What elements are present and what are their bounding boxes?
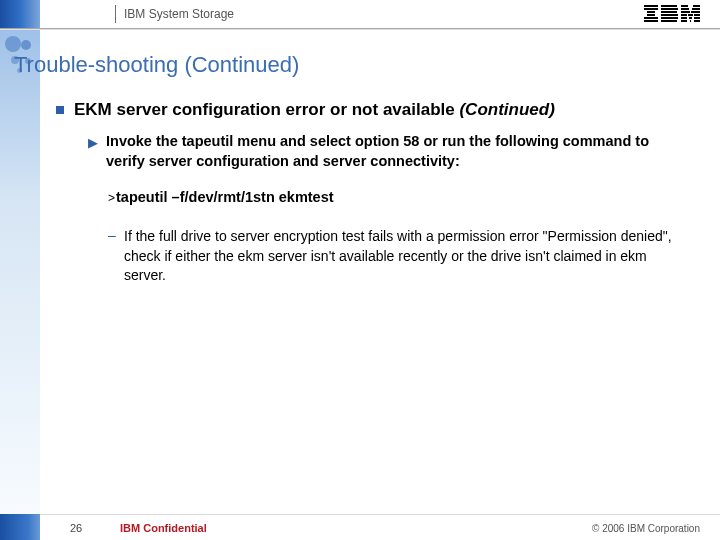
svg-rect-3 (647, 14, 655, 16)
prompt-icon: > (108, 191, 115, 205)
svg-rect-7 (661, 8, 678, 10)
dash-bullet-icon: – (108, 227, 116, 243)
confidential-label: IBM Confidential (120, 522, 207, 534)
left-gradient-strip (0, 30, 40, 514)
heading-main: EKM server configuration error or not av… (74, 100, 459, 119)
product-name: IBM System Storage (124, 7, 234, 21)
svg-rect-9 (661, 14, 678, 16)
footer-accent (0, 514, 40, 540)
bullet-level3: – If the full drive to server encryption… (108, 227, 690, 286)
svg-rect-15 (692, 8, 700, 10)
svg-rect-20 (694, 14, 700, 16)
slide-body: EKM server configuration error or not av… (56, 100, 690, 286)
bullet-level1: EKM server configuration error or not av… (56, 100, 690, 120)
svg-rect-26 (694, 20, 700, 22)
svg-rect-23 (694, 17, 700, 19)
svg-rect-6 (661, 5, 677, 7)
heading-text: EKM server configuration error or not av… (74, 100, 690, 120)
slide-title: Trouble-shooting (Continued) (14, 52, 299, 78)
header-bar: IBM System Storage (0, 0, 720, 28)
svg-rect-17 (691, 11, 700, 13)
bullet-level2: ▶ Invoke the tapeutil menu and select op… (88, 132, 690, 171)
svg-rect-22 (689, 17, 692, 19)
arrow-bullet-icon: ▶ (88, 135, 98, 150)
note-text: If the full drive to server encryption t… (124, 227, 690, 286)
heading-suffix: (Continued) (459, 100, 554, 119)
svg-rect-4 (644, 17, 658, 19)
svg-rect-18 (681, 14, 687, 16)
svg-rect-16 (681, 11, 690, 13)
svg-rect-11 (661, 20, 677, 22)
svg-rect-19 (688, 14, 693, 16)
svg-rect-1 (644, 8, 658, 10)
footer-bar: 26 IBM Confidential © 2006 IBM Corporati… (0, 514, 720, 540)
svg-rect-12 (681, 5, 688, 7)
command-line: >tapeutil –f/dev/rmt/1stn ekmtest (108, 189, 690, 205)
svg-rect-10 (661, 17, 678, 19)
slide: IBM System Storage (0, 0, 720, 540)
header-rule-light (0, 29, 720, 30)
footer-rule (0, 514, 720, 515)
page-number: 26 (70, 522, 82, 534)
svg-rect-21 (681, 17, 687, 19)
svg-rect-5 (644, 20, 658, 22)
step-text: Invoke the tapeutil menu and select opti… (106, 132, 690, 171)
copyright-label: © 2006 IBM Corporation (592, 523, 700, 534)
header-divider (115, 5, 116, 23)
svg-rect-0 (644, 5, 658, 7)
square-bullet-icon (56, 106, 64, 114)
svg-rect-8 (661, 11, 677, 13)
svg-rect-13 (693, 5, 700, 7)
svg-rect-14 (681, 8, 689, 10)
command-text: tapeutil –f/dev/rmt/1stn ekmtest (116, 189, 334, 205)
svg-rect-2 (647, 11, 655, 13)
svg-rect-24 (681, 20, 687, 22)
header-accent (0, 0, 40, 28)
svg-rect-25 (690, 20, 691, 22)
ibm-logo (644, 5, 700, 23)
